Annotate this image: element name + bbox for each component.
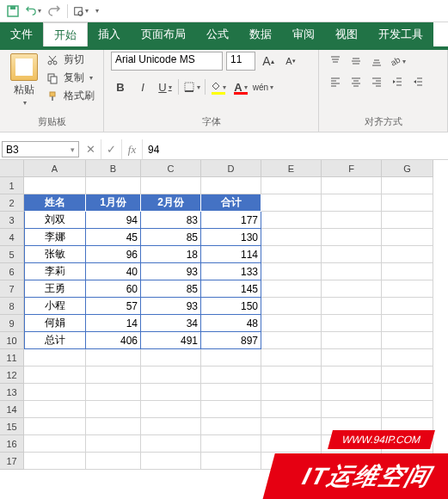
cell[interactable] xyxy=(261,349,322,367)
cell[interactable] xyxy=(261,263,322,280)
tab-review[interactable]: 审阅 xyxy=(282,22,325,46)
tab-page-layout[interactable]: 页面布局 xyxy=(131,22,196,46)
cell[interactable] xyxy=(261,298,322,315)
cell[interactable]: 897 xyxy=(201,332,261,349)
cell[interactable] xyxy=(86,177,141,194)
cell[interactable]: 48 xyxy=(201,315,261,332)
row-header[interactable]: 8 xyxy=(0,298,24,315)
column-header[interactable]: G xyxy=(382,160,433,177)
cell[interactable] xyxy=(86,453,141,470)
tab-developer[interactable]: 开发工具 xyxy=(368,22,433,46)
row-header[interactable]: 1 xyxy=(0,177,24,194)
increase-indent-button[interactable] xyxy=(408,72,427,91)
column-header[interactable]: C xyxy=(141,160,201,177)
undo-icon[interactable]: ▾ xyxy=(26,3,41,19)
confirm-formula-button[interactable]: ✓ xyxy=(101,139,122,159)
font-size-select[interactable]: 11 xyxy=(226,52,255,71)
tab-formulas[interactable]: 公式 xyxy=(196,22,239,46)
cell[interactable] xyxy=(382,367,433,384)
cell[interactable] xyxy=(382,315,433,332)
tab-home[interactable]: 开始 xyxy=(43,22,88,46)
cell[interactable] xyxy=(382,384,433,401)
row-header[interactable]: 15 xyxy=(0,418,24,435)
column-header[interactable]: A xyxy=(24,160,86,177)
cell[interactable]: 45 xyxy=(86,229,141,246)
cell[interactable] xyxy=(382,349,433,367)
cell[interactable] xyxy=(322,401,382,418)
cell[interactable] xyxy=(261,332,322,349)
row-header[interactable]: 10 xyxy=(0,332,24,349)
paste-button[interactable]: 粘贴 ▾ xyxy=(7,52,41,114)
cell[interactable] xyxy=(86,349,141,367)
cell[interactable] xyxy=(24,177,86,194)
cell[interactable] xyxy=(322,229,382,246)
tab-view[interactable]: 视图 xyxy=(325,22,368,46)
cell[interactable] xyxy=(141,177,201,194)
qat-customize-icon[interactable]: ▾ xyxy=(95,7,99,15)
align-top-button[interactable] xyxy=(326,52,345,71)
select-all-corner[interactable] xyxy=(0,160,24,177)
cell[interactable] xyxy=(86,418,141,435)
cell[interactable] xyxy=(261,177,322,194)
cell[interactable]: 李莉 xyxy=(24,263,86,280)
cell[interactable] xyxy=(322,212,382,229)
font-name-select[interactable]: Arial Unicode MS xyxy=(111,52,223,71)
cell[interactable]: 177 xyxy=(201,212,261,229)
column-header[interactable]: B xyxy=(86,160,141,177)
align-bottom-button[interactable] xyxy=(367,52,386,71)
cell[interactable] xyxy=(261,229,322,246)
cell[interactable] xyxy=(322,453,382,470)
cell[interactable] xyxy=(382,435,433,453)
cell[interactable] xyxy=(141,401,201,418)
cell[interactable] xyxy=(322,367,382,384)
cell[interactable] xyxy=(24,367,86,384)
redo-icon[interactable] xyxy=(46,3,62,19)
row-header[interactable]: 17 xyxy=(0,453,24,470)
row-header[interactable]: 14 xyxy=(0,401,24,418)
cell[interactable]: 合计 xyxy=(201,194,261,212)
phonetic-button[interactable]: wén▾ xyxy=(254,77,273,96)
cell[interactable]: 491 xyxy=(141,332,201,349)
cell[interactable]: 57 xyxy=(86,298,141,315)
cell[interactable] xyxy=(261,246,322,263)
cell[interactable] xyxy=(201,453,261,470)
align-left-button[interactable] xyxy=(326,72,345,91)
align-middle-button[interactable] xyxy=(347,52,365,71)
cells-area[interactable]: 姓名1月份2月份合计刘双9483177李娜4585130张敏9618114李莉4… xyxy=(24,177,448,470)
cell[interactable] xyxy=(382,453,433,470)
increase-font-button[interactable]: A▴ xyxy=(259,52,278,71)
name-box[interactable]: B3 xyxy=(2,141,79,157)
cell[interactable]: 406 xyxy=(86,332,141,349)
cell[interactable]: 何娟 xyxy=(24,315,86,332)
insert-function-button[interactable]: fx xyxy=(122,139,143,159)
cell[interactable]: 83 xyxy=(141,212,201,229)
cell[interactable] xyxy=(24,435,86,453)
cell[interactable] xyxy=(24,453,86,470)
cell[interactable] xyxy=(201,384,261,401)
cell[interactable] xyxy=(382,332,433,349)
row-header[interactable]: 9 xyxy=(0,315,24,332)
cut-button[interactable]: 剪切 xyxy=(45,52,96,68)
cell[interactable] xyxy=(86,401,141,418)
cell[interactable]: 130 xyxy=(201,229,261,246)
cell[interactable] xyxy=(322,332,382,349)
cell[interactable]: 114 xyxy=(201,246,261,263)
italic-button[interactable]: I xyxy=(133,77,152,96)
cell[interactable] xyxy=(322,384,382,401)
cell[interactable]: 94 xyxy=(86,212,141,229)
row-header[interactable]: 12 xyxy=(0,367,24,384)
cell[interactable] xyxy=(86,384,141,401)
cell[interactable]: 1月份 xyxy=(86,194,141,212)
decrease-indent-button[interactable] xyxy=(388,72,407,91)
cell[interactable]: 34 xyxy=(141,315,201,332)
cell[interactable] xyxy=(201,177,261,194)
border-button[interactable]: ▾ xyxy=(182,77,201,96)
cell[interactable] xyxy=(261,367,322,384)
cell[interactable]: 93 xyxy=(141,298,201,315)
tab-data[interactable]: 数据 xyxy=(239,22,282,46)
cell[interactable] xyxy=(382,212,433,229)
cell[interactable] xyxy=(201,435,261,453)
formula-input[interactable]: 94 xyxy=(143,139,448,159)
cell[interactable] xyxy=(261,280,322,298)
underline-button[interactable]: U▾ xyxy=(156,77,175,96)
